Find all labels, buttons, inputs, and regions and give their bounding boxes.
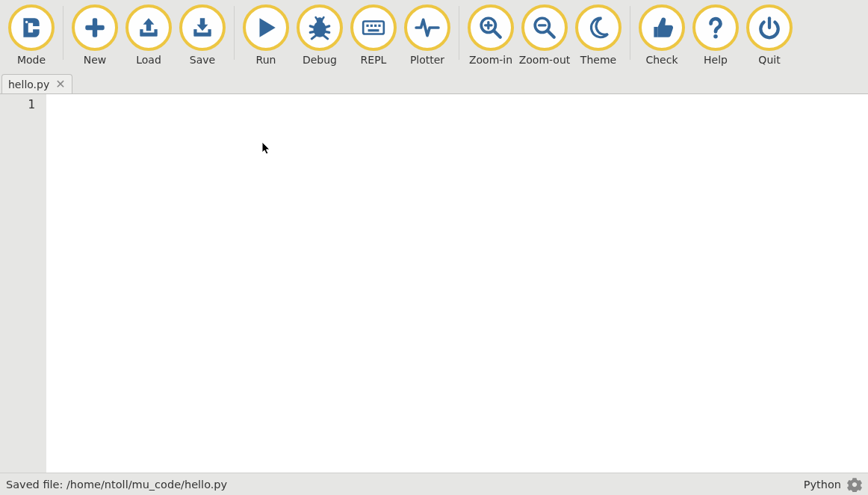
save-label: Save bbox=[190, 54, 215, 66]
moon-icon bbox=[575, 4, 621, 51]
zoom-out-label: Zoom-out bbox=[519, 54, 571, 66]
settings-button[interactable] bbox=[847, 477, 862, 492]
save-button[interactable]: Save bbox=[176, 3, 229, 66]
quit-label: Quit bbox=[758, 54, 780, 66]
toolbar-separator bbox=[459, 6, 459, 60]
status-message: Saved file: /home/ntoll/mu_code/hello.py bbox=[6, 479, 227, 491]
editor-pane: 1 bbox=[0, 94, 868, 473]
gear-icon bbox=[847, 477, 862, 492]
mode-button[interactable]: Mode bbox=[4, 3, 58, 66]
repl-label: REPL bbox=[361, 54, 387, 66]
load-label: Load bbox=[136, 54, 161, 66]
close-icon[interactable]: ✕ bbox=[55, 79, 65, 90]
zoom-out-icon bbox=[521, 4, 568, 51]
zoom-in-button[interactable]: Zoom-in bbox=[464, 3, 518, 66]
zoom-out-button[interactable]: Zoom-out bbox=[518, 3, 571, 66]
pulse-icon bbox=[404, 4, 450, 51]
plus-icon bbox=[72, 4, 118, 51]
plotter-button[interactable]: Plotter bbox=[400, 3, 454, 66]
mode-icon bbox=[8, 4, 55, 51]
toolbar-group-3: Zoom-in Zoom-out Theme bbox=[461, 3, 628, 66]
check-label: Check bbox=[645, 54, 678, 66]
save-icon bbox=[179, 4, 226, 51]
debug-label: Debug bbox=[303, 54, 337, 66]
check-button[interactable]: Check bbox=[635, 3, 689, 66]
toolbar-group-4: Check Help Quit bbox=[632, 3, 799, 66]
toolbar-separator bbox=[234, 6, 235, 60]
toolbar: Mode New Load Save Run Debug REPL bbox=[0, 0, 868, 73]
theme-label: Theme bbox=[580, 54, 616, 66]
run-label: Run bbox=[256, 54, 276, 66]
toolbar-group-0: Mode bbox=[1, 3, 61, 66]
bug-icon bbox=[297, 4, 343, 51]
power-icon bbox=[746, 4, 793, 51]
tab-title: hello.py bbox=[8, 79, 49, 90]
new-label: New bbox=[84, 54, 107, 66]
status-bar: Saved file: /home/ntoll/mu_code/hello.py… bbox=[0, 473, 868, 495]
help-label: Help bbox=[704, 54, 728, 66]
toolbar-group-2: Run Debug REPL Plotter bbox=[236, 3, 457, 66]
help-button[interactable]: Help bbox=[689, 3, 743, 66]
play-icon bbox=[243, 4, 289, 51]
zoom-in-label: Zoom-in bbox=[469, 54, 512, 66]
tab-bar: hello.py ✕ bbox=[0, 73, 868, 94]
new-button[interactable]: New bbox=[68, 3, 122, 66]
quit-button[interactable]: Quit bbox=[743, 3, 796, 66]
mode-label: Mode bbox=[17, 54, 46, 66]
toolbar-group-1: New Load Save bbox=[65, 3, 232, 66]
theme-button[interactable]: Theme bbox=[571, 3, 625, 66]
load-button[interactable]: Load bbox=[122, 3, 176, 66]
run-button[interactable]: Run bbox=[239, 3, 293, 66]
zoom-in-icon bbox=[468, 4, 514, 51]
toolbar-separator bbox=[630, 6, 630, 60]
file-tab[interactable]: hello.py ✕ bbox=[1, 74, 72, 93]
line-number-gutter: 1 bbox=[0, 94, 46, 473]
keyboard-icon bbox=[350, 4, 397, 51]
debug-button[interactable]: Debug bbox=[293, 3, 347, 66]
thumbs-up-icon bbox=[639, 4, 685, 51]
help-icon bbox=[692, 4, 739, 51]
load-icon bbox=[125, 4, 172, 51]
line-number: 1 bbox=[3, 97, 35, 111]
code-area[interactable] bbox=[46, 94, 868, 473]
toolbar-separator bbox=[63, 6, 63, 60]
plotter-label: Plotter bbox=[410, 54, 444, 66]
status-mode[interactable]: Python bbox=[804, 479, 841, 491]
repl-button[interactable]: REPL bbox=[347, 3, 400, 66]
code-input[interactable] bbox=[51, 97, 864, 470]
